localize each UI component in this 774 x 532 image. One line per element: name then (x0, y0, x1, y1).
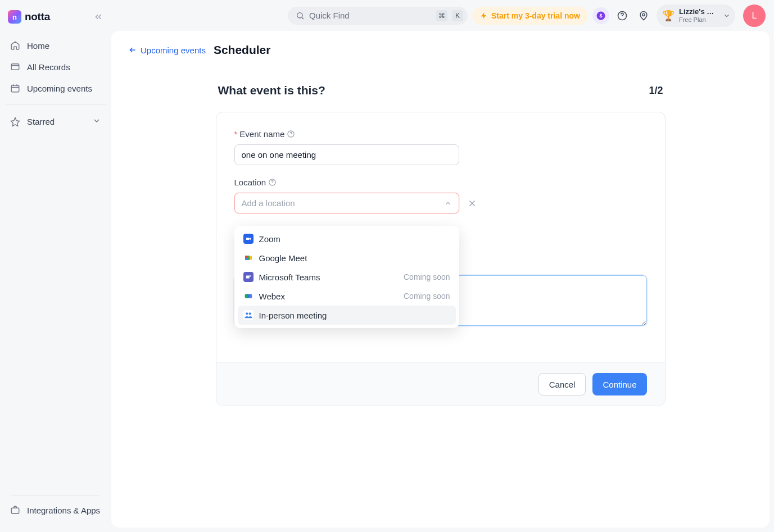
svg-point-17 (247, 294, 252, 298)
kbd-k: K (452, 10, 463, 21)
content: Upcoming events Scheduler What event is … (111, 31, 770, 528)
back-link[interactable]: Upcoming events (128, 46, 206, 55)
location-label: Location (234, 178, 266, 187)
dropdown-item-label: Google Meet (259, 253, 307, 263)
svg-point-18 (246, 312, 248, 315)
trial-label: Start my 3-day trial now (491, 11, 580, 20)
logo-icon: n (8, 10, 21, 24)
teams-icon (243, 272, 254, 282)
zoom-icon (243, 234, 254, 244)
sidebar-item-label: Integrations & Apps (27, 506, 100, 515)
topbar: Quick Find ⌘ K Start my 3-day trial now … (111, 0, 774, 31)
step-indicator: 1/2 (649, 85, 663, 97)
sidebar-item-starred[interactable]: Starred (6, 111, 106, 133)
google-meet-icon (243, 253, 254, 263)
svg-rect-13 (245, 258, 247, 260)
svg-rect-0 (11, 64, 19, 70)
help-circle-icon[interactable] (268, 178, 277, 187)
bolt-icon (480, 12, 488, 20)
svg-rect-1 (11, 85, 19, 92)
page-title: Scheduler (214, 43, 271, 57)
search-input[interactable]: Quick Find ⌘ K (288, 7, 468, 25)
dropdown-item-teams: Microsoft Teams Coming soon (238, 267, 456, 287)
dropdown-item-zoom[interactable]: Zoom (238, 229, 456, 248)
clear-location-button[interactable] (467, 198, 477, 208)
chevron-down-icon (723, 12, 731, 20)
logo-text: notta (25, 11, 50, 23)
sidebar-item-label: All Records (27, 62, 70, 72)
help-circle-icon[interactable] (287, 130, 295, 138)
location-select[interactable]: Add a location (234, 193, 459, 213)
star-icon (10, 117, 20, 127)
location-dropdown: Zoom Google Meet (234, 226, 459, 328)
dropdown-item-label: Webex (259, 292, 285, 301)
sidebar-item-label: Home (27, 41, 49, 51)
trial-button[interactable]: Start my 3-day trial now (472, 7, 588, 25)
people-icon (243, 310, 254, 320)
records-icon (10, 62, 20, 72)
divider (6, 104, 106, 105)
collapse-sidebar-icon[interactable] (93, 12, 103, 22)
svg-point-3 (297, 12, 302, 17)
form-card: * Event name Location (216, 112, 666, 406)
briefcase-icon (10, 505, 20, 515)
dropdown-item-in-person[interactable]: In-person meeting (238, 306, 456, 325)
help-icon[interactable] (614, 7, 631, 24)
close-icon (467, 198, 477, 208)
search-placeholder: Quick Find (309, 11, 432, 20)
arrow-left-icon (128, 46, 137, 54)
svg-point-7 (642, 13, 645, 16)
workspace-selector[interactable]: 🏆 Lizzie's W… Free Plan (657, 4, 735, 27)
continue-button[interactable]: Continue (592, 373, 646, 395)
sidebar-item-integrations[interactable]: Integrations & Apps (6, 499, 106, 521)
dropdown-item-label: In-person meeting (259, 311, 327, 320)
sidebar: n notta Home All Records Upcoming events (0, 0, 111, 532)
dropdown-item-google-meet[interactable]: Google Meet (238, 248, 456, 267)
location-icon[interactable] (635, 7, 652, 24)
workspace-name: Lizzie's W… (679, 8, 718, 16)
svg-rect-2 (11, 508, 19, 513)
coming-soon-badge: Coming soon (404, 272, 450, 281)
svg-text:$: $ (599, 13, 602, 19)
coming-soon-badge: Coming soon (404, 292, 450, 301)
dropdown-item-label: Zoom (259, 234, 280, 244)
required-indicator: * (234, 129, 238, 139)
sidebar-item-label: Starred (27, 117, 55, 126)
svg-rect-12 (245, 256, 247, 258)
home-icon (10, 40, 20, 51)
svg-rect-10 (246, 238, 249, 240)
logo[interactable]: n notta (8, 10, 50, 24)
dropdown-item-webex: Webex Coming soon (238, 287, 456, 306)
event-name-label: Event name (239, 129, 284, 139)
event-name-input[interactable] (234, 144, 459, 165)
sidebar-item-label: Upcoming events (27, 84, 92, 93)
search-icon (296, 11, 305, 20)
form-heading: What event is this? (218, 84, 325, 97)
kbd-cmd: ⌘ (436, 10, 447, 21)
divider (11, 495, 100, 496)
sidebar-item-home[interactable]: Home (6, 35, 106, 56)
webex-icon (243, 291, 254, 301)
trophy-icon: 🏆 (662, 10, 675, 22)
dropdown-item-label: Microsoft Teams (259, 272, 320, 282)
workspace-plan: Free Plan (679, 16, 718, 23)
svg-point-19 (248, 312, 251, 315)
sidebar-item-upcoming-events[interactable]: Upcoming events (6, 78, 106, 99)
cancel-button[interactable]: Cancel (538, 373, 586, 395)
svg-point-15 (249, 275, 251, 277)
sidebar-item-all-records[interactable]: All Records (6, 56, 106, 78)
location-placeholder: Add a location (242, 198, 295, 208)
chevron-down-icon (92, 116, 101, 127)
svg-rect-14 (246, 276, 249, 279)
avatar[interactable]: L (743, 4, 766, 27)
back-link-label: Upcoming events (141, 46, 206, 55)
calendar-icon (10, 83, 20, 93)
chevron-up-icon (444, 199, 452, 207)
billing-icon[interactable]: $ (592, 7, 609, 24)
